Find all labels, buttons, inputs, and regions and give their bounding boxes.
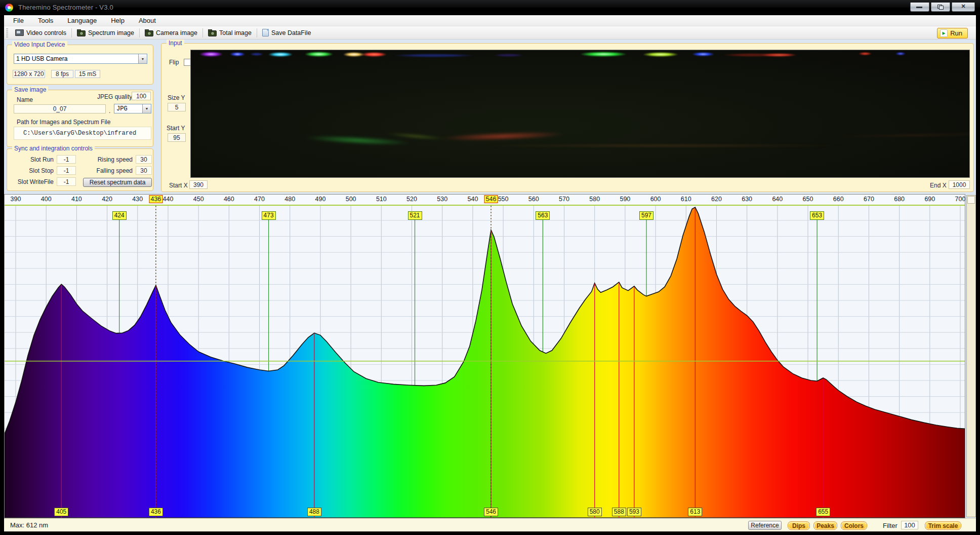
colors-button[interactable]: Colors	[841, 521, 867, 530]
toolbar-button-label: Total image	[219, 29, 252, 36]
toolbar-button-spectrum-image[interactable]: Spectrum image	[73, 27, 138, 39]
axis-tick-620: 620	[711, 196, 722, 203]
toolbar-grip[interactable]	[6, 28, 8, 37]
toolbar-button-total-image[interactable]: Total image	[204, 27, 256, 39]
app-logo-icon	[5, 4, 13, 12]
axis-tick-500: 500	[346, 196, 356, 203]
peak-label-488: 488	[307, 508, 321, 516]
save-image-group-title: Save image	[12, 86, 48, 93]
peak-label-436: 436	[149, 508, 163, 516]
toolbar-button-save-datafile[interactable]: Save DataFile	[258, 27, 315, 39]
toolbar: Video controlsSpectrum imageCamera image…	[4, 26, 976, 40]
light-streak	[268, 52, 293, 57]
start-y-value[interactable]: 95	[168, 133, 186, 142]
menu-item-language[interactable]: Language	[67, 17, 97, 24]
window-controls: ✕	[910, 3, 975, 12]
toolbar-separator	[71, 28, 72, 37]
axis-tick-630: 630	[742, 196, 752, 203]
jpeg-quality-value[interactable]: 100	[132, 92, 151, 100]
app-window: Theremino Spectrometer - V3.0 ✕ FileTool…	[0, 0, 980, 535]
size-y-value[interactable]: 5	[168, 103, 186, 111]
reference-label-653: 653	[810, 211, 824, 220]
axis-tick-610: 610	[681, 196, 691, 203]
axis-tick-550: 550	[498, 196, 509, 203]
light-streak	[250, 53, 263, 56]
speed-value[interactable]: 30	[136, 166, 152, 175]
toolbar-button-camera-image[interactable]: Camera image	[141, 27, 201, 39]
minimize-icon	[916, 7, 922, 8]
peaks-button[interactable]: Peaks	[813, 521, 837, 530]
path-label: Path for Images and Spectrum File	[17, 119, 110, 126]
close-icon: ✕	[952, 3, 974, 10]
spectrum-plot[interactable]: 4244735215635976534054364885465805885936…	[5, 206, 965, 518]
scrollbar-thumb[interactable]	[967, 196, 975, 204]
axis-tick-660: 660	[833, 196, 844, 203]
menu-item-help[interactable]: Help	[111, 17, 125, 24]
spectrum-flare	[469, 144, 854, 147]
format-dropdown[interactable]: JPG ▼	[114, 104, 151, 113]
start-x-label: Start X	[169, 182, 188, 189]
toolbar-button-label: Save DataFile	[271, 29, 311, 36]
toolbar-separator	[139, 28, 140, 37]
toolbar-button-video-controls[interactable]: Video controls	[11, 27, 70, 39]
dips-button[interactable]: Dips	[788, 521, 810, 530]
video-info-box: 8 fps	[51, 70, 73, 78]
dot-separator: .	[109, 107, 110, 114]
minimize-button[interactable]	[910, 3, 929, 12]
light-streak	[199, 52, 223, 57]
reset-spectrum-button[interactable]: Reset spectrum data	[83, 178, 152, 187]
restore-button[interactable]	[931, 3, 950, 12]
camera-icon	[208, 30, 217, 36]
speed-label: Falling speed	[88, 167, 133, 174]
start-x-value[interactable]: 390	[189, 180, 208, 189]
slot-value[interactable]: -1	[57, 166, 76, 175]
trim-scale-button[interactable]: Trim scale	[925, 521, 961, 530]
slot-value[interactable]: -1	[57, 155, 76, 164]
end-x-value[interactable]: 1000	[949, 180, 970, 189]
path-value[interactable]: C:\Users\GaryG\Desktop\infrared	[14, 127, 151, 140]
slot-value[interactable]: -1	[57, 177, 76, 186]
speed-label: Rising speed	[88, 156, 133, 163]
toolbar-button-label: Spectrum image	[88, 29, 134, 36]
axis-tick-650: 650	[803, 196, 813, 203]
chevron-down-icon: ▼	[138, 54, 147, 63]
axis-tick-460: 460	[224, 196, 234, 203]
light-streak	[361, 52, 387, 57]
size-y-label: Size Y	[168, 94, 185, 101]
max-peak-readout: Max: 612 nm	[10, 521, 48, 529]
axis-tick-690: 690	[924, 196, 935, 203]
slot-label: Slot Stop	[7, 167, 54, 174]
input-group-title: Input	[167, 40, 184, 47]
name-label: Name	[17, 96, 33, 103]
menu-item-about[interactable]: About	[139, 17, 156, 24]
light-streak	[761, 53, 797, 57]
flip-label: Flip	[169, 59, 179, 66]
video-device-dropdown[interactable]: 1 HD USB Camera ▼	[14, 54, 147, 64]
peak-label-655: 655	[816, 508, 830, 516]
flip-checkbox[interactable]	[184, 59, 191, 66]
menu-item-tools[interactable]: Tools	[38, 17, 53, 24]
axis-tick-390: 390	[11, 196, 21, 203]
toolbar-separator	[257, 28, 257, 37]
video-info-box: 1280 x 720	[13, 70, 45, 78]
vertical-scrollbar[interactable]	[966, 195, 976, 517]
run-button[interactable]: ▶ Run	[937, 28, 968, 39]
video-info-box: 15 mS	[75, 70, 100, 78]
start-y-label: Start Y	[167, 125, 185, 132]
title-bar: Theremino Spectrometer - V3.0 ✕	[0, 0, 980, 15]
camera-icon	[77, 30, 86, 36]
axis-tick-480: 480	[284, 196, 295, 203]
close-button[interactable]: ✕	[952, 3, 975, 12]
light-streak	[643, 52, 678, 57]
status-bar: Max: 612 nm Reference DipsPeaksColors Fi…	[4, 518, 976, 531]
axis-tick-580: 580	[589, 196, 600, 203]
menu-item-file[interactable]: File	[13, 17, 24, 24]
reference-button[interactable]: Reference	[748, 521, 782, 530]
file-name-input[interactable]: 0_07	[14, 104, 106, 113]
filter-value[interactable]: 100	[901, 521, 918, 529]
spectrum-area	[5, 207, 965, 518]
video-input-group: Video Input Device 1 HD USB Camera ▼ 128…	[7, 45, 153, 85]
light-streak	[494, 54, 524, 57]
axis-tick-400: 400	[41, 196, 52, 203]
speed-value[interactable]: 30	[136, 155, 152, 164]
